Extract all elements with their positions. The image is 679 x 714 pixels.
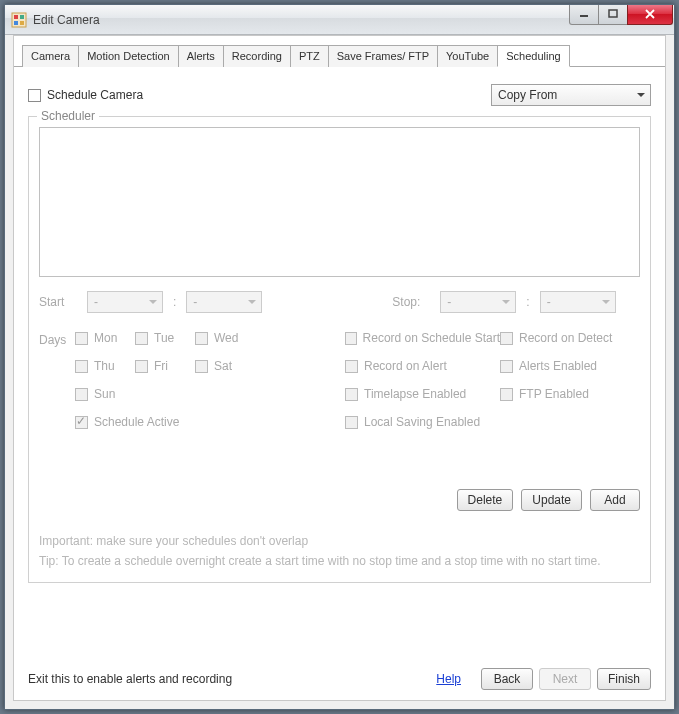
schedule-camera-checkbox[interactable]: Schedule Camera xyxy=(28,88,143,102)
days-label: Days xyxy=(39,331,75,429)
checkbox-icon xyxy=(500,360,513,373)
start-label: Start xyxy=(39,295,87,309)
tab-motion-detection[interactable]: Motion Detection xyxy=(78,45,179,67)
checkbox-icon xyxy=(345,416,358,429)
mon-checkbox[interactable]: Mon xyxy=(75,331,135,345)
titlebar[interactable]: Edit Camera xyxy=(5,5,674,35)
checkbox-icon xyxy=(500,388,513,401)
copy-from-value: Copy From xyxy=(498,88,557,102)
ftp-enabled-checkbox[interactable]: FTP Enabled xyxy=(500,387,640,401)
tab-camera[interactable]: Camera xyxy=(22,45,79,67)
window-title: Edit Camera xyxy=(33,13,100,27)
tab-save-frames-ftp[interactable]: Save Frames/ FTP xyxy=(328,45,438,67)
window-frame: Edit Camera Camera Motion Detection Aler… xyxy=(4,4,675,710)
fri-checkbox[interactable]: Fri xyxy=(135,359,195,373)
svg-rect-1 xyxy=(14,15,18,19)
minimize-button[interactable] xyxy=(569,5,599,25)
checkbox-icon xyxy=(135,332,148,345)
delete-button[interactable]: Delete xyxy=(457,489,514,511)
timelapse-enabled-checkbox[interactable]: Timelapse Enabled xyxy=(345,387,500,401)
tab-recording[interactable]: Recording xyxy=(223,45,291,67)
start-min-dropdown[interactable]: - xyxy=(186,291,262,313)
start-hour-dropdown[interactable]: - xyxy=(87,291,163,313)
tab-scheduling[interactable]: Scheduling xyxy=(497,45,569,67)
checkbox-icon xyxy=(28,89,41,102)
update-button[interactable]: Update xyxy=(521,489,582,511)
next-button[interactable]: Next xyxy=(539,668,591,690)
start-colon: : xyxy=(163,295,186,309)
stop-min-dropdown[interactable]: - xyxy=(540,291,616,313)
wed-checkbox[interactable]: Wed xyxy=(195,331,265,345)
alerts-enabled-checkbox[interactable]: Alerts Enabled xyxy=(500,359,640,373)
svg-rect-4 xyxy=(20,21,24,25)
note-tip: Tip: To create a schedule overnight crea… xyxy=(39,551,640,571)
schedule-active-checkbox[interactable]: Schedule Active xyxy=(75,415,265,429)
tab-content: Schedule Camera Copy From Scheduler Star… xyxy=(14,72,665,700)
svg-rect-3 xyxy=(14,21,18,25)
record-on-schedule-start-checkbox[interactable]: Record on Schedule Start xyxy=(345,331,500,345)
checkbox-icon xyxy=(345,388,358,401)
checkbox-icon xyxy=(195,360,208,373)
checkbox-icon xyxy=(75,332,88,345)
schedule-list[interactable] xyxy=(39,127,640,277)
stop-hour-dropdown[interactable]: - xyxy=(440,291,516,313)
svg-rect-2 xyxy=(20,15,24,19)
sat-checkbox[interactable]: Sat xyxy=(195,359,265,373)
checkbox-icon xyxy=(75,416,88,429)
sun-checkbox[interactable]: Sun xyxy=(75,387,265,401)
checkbox-icon xyxy=(75,388,88,401)
stop-colon: : xyxy=(516,295,539,309)
svg-rect-5 xyxy=(580,15,588,17)
copy-from-dropdown[interactable]: Copy From xyxy=(491,84,651,106)
checkbox-icon xyxy=(195,332,208,345)
close-button[interactable] xyxy=(627,5,673,25)
add-button[interactable]: Add xyxy=(590,489,640,511)
footer-hint: Exit this to enable alerts and recording xyxy=(28,672,232,686)
stop-label: Stop: xyxy=(392,295,440,309)
checkbox-icon xyxy=(135,360,148,373)
note-important: Important: make sure your schedules don'… xyxy=(39,531,640,551)
finish-button[interactable]: Finish xyxy=(597,668,651,690)
local-saving-enabled-checkbox[interactable]: Local Saving Enabled xyxy=(345,415,640,429)
app-icon xyxy=(11,12,27,28)
tab-bar: Camera Motion Detection Alerts Recording… xyxy=(14,36,665,67)
thu-checkbox[interactable]: Thu xyxy=(75,359,135,373)
scheduler-group: Scheduler Start - : - Stop: - : - Days xyxy=(28,116,651,583)
back-button[interactable]: Back xyxy=(481,668,533,690)
checkbox-icon xyxy=(75,360,88,373)
checkbox-icon xyxy=(345,332,357,345)
notes: Important: make sure your schedules don'… xyxy=(39,531,640,572)
tab-alerts[interactable]: Alerts xyxy=(178,45,224,67)
tab-youtube[interactable]: YouTube xyxy=(437,45,498,67)
help-link[interactable]: Help xyxy=(436,672,461,686)
tue-checkbox[interactable]: Tue xyxy=(135,331,195,345)
checkbox-icon xyxy=(500,332,513,345)
scheduler-group-label: Scheduler xyxy=(37,109,99,123)
svg-rect-6 xyxy=(609,10,617,17)
record-on-detect-checkbox[interactable]: Record on Detect xyxy=(500,331,640,345)
checkbox-icon xyxy=(345,360,358,373)
client-area: Camera Motion Detection Alerts Recording… xyxy=(13,35,666,701)
schedule-camera-label: Schedule Camera xyxy=(47,88,143,102)
maximize-button[interactable] xyxy=(598,5,628,25)
tab-ptz[interactable]: PTZ xyxy=(290,45,329,67)
record-on-alert-checkbox[interactable]: Record on Alert xyxy=(345,359,500,373)
